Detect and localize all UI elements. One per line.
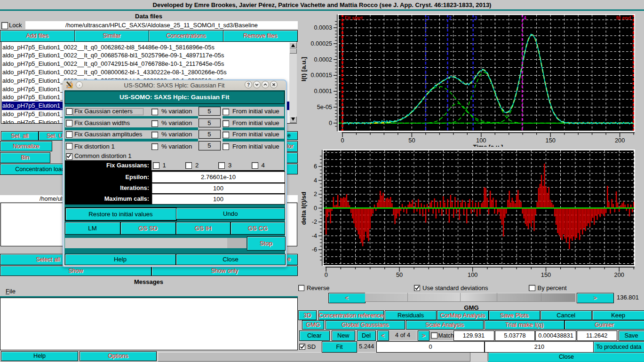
svg-text:100: 100	[468, 271, 477, 278]
svg-text:6: 6	[314, 163, 317, 170]
svg-text:fit end: fit end	[616, 15, 631, 21]
svg-text:1: 1	[427, 15, 430, 21]
svg-text:Fit start: Fit start	[344, 15, 363, 21]
svg-text:200: 200	[614, 271, 624, 278]
svg-text:4: 4	[524, 15, 526, 21]
svg-text:0: 0	[329, 120, 332, 126]
svg-text:3: 3	[475, 15, 477, 21]
svg-text:0.0001: 0.0001	[314, 88, 332, 94]
svg-text:150: 150	[546, 137, 556, 144]
svg-text:0: 0	[314, 205, 317, 212]
svg-text:5e-05: 5e-05	[317, 104, 332, 110]
svg-text:50: 50	[396, 271, 403, 278]
svg-text:delta I(t)/sd: delta I(t)/sd	[300, 192, 307, 225]
svg-text:0.00025: 0.00025	[310, 40, 332, 47]
svg-text:-2: -2	[312, 219, 317, 225]
svg-text:200: 200	[615, 137, 625, 144]
svg-text:I(t) [a.u.]: I(t) [a.u.]	[300, 57, 307, 81]
svg-text:2: 2	[314, 191, 317, 197]
svg-text:0.0002: 0.0002	[314, 56, 332, 63]
svg-text:?: ?	[247, 82, 250, 87]
svg-text:50: 50	[408, 137, 415, 144]
svg-text:4: 4	[314, 177, 317, 184]
svg-text:0.0003: 0.0003	[314, 24, 332, 31]
svg-text:150: 150	[541, 271, 551, 278]
svg-text:0.00015: 0.00015	[310, 72, 332, 79]
svg-text:2: 2	[449, 15, 452, 21]
svg-text:-6: -6	[312, 246, 317, 253]
svg-text:0: 0	[341, 137, 344, 144]
svg-text:-4: -4	[312, 233, 317, 239]
svg-text:100: 100	[476, 137, 486, 144]
svg-text:0: 0	[325, 271, 328, 278]
